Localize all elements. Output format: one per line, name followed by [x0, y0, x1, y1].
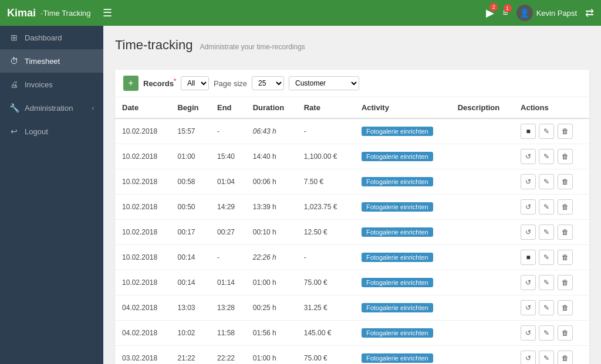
page-size-select[interactable]: 25 50 100 [252, 76, 284, 90]
edit-button[interactable]: ✎ [539, 275, 554, 290]
edit-button[interactable]: ✎ [539, 149, 554, 164]
cell-actions: ↺ ✎ 🗑 [514, 195, 589, 220]
cell-duration: 00:25 h [246, 295, 297, 321]
restart-button[interactable]: ↺ [521, 351, 536, 364]
cell-description [451, 169, 514, 195]
activity-badge: Fotogalerie einrichten [362, 227, 433, 237]
sidebar-label-dashboard: Dashboard [25, 33, 94, 42]
restart-button[interactable]: ↺ [521, 199, 536, 215]
sidebar-item-administration[interactable]: 🔧 Administration ‹ [0, 96, 103, 120]
edit-button[interactable]: ✎ [539, 250, 554, 265]
cell-end: 00:27 [210, 220, 246, 245]
sidebar-label-logout: Logout [25, 127, 94, 136]
play-badge: 2 [489, 3, 498, 11]
restart-button[interactable]: ↺ [521, 224, 536, 240]
delete-button[interactable]: 🗑 [558, 250, 573, 265]
cell-date: 03.02.2018 [115, 346, 170, 365]
edit-button[interactable]: ✎ [539, 351, 554, 364]
table-row: 10.02.2018 00:14 01:14 01:00 h 75.00 € F… [115, 270, 589, 295]
cell-activity: Fotogalerie einrichten [354, 295, 451, 321]
activity-badge: Fotogalerie einrichten [362, 152, 433, 161]
sidebar-item-invoices[interactable]: 🖨 Invoices [0, 73, 103, 96]
toolbar: + Records* All Page size 25 50 100 Custo… [115, 70, 589, 97]
cell-description [451, 118, 514, 144]
delete-button[interactable]: 🗑 [558, 351, 573, 364]
cell-end: - [210, 118, 246, 144]
add-entry-button[interactable]: + [123, 76, 139, 91]
cell-description [451, 245, 514, 270]
logout-icon: ↩ [9, 127, 19, 136]
cell-end: - [210, 245, 246, 270]
cell-begin: 00:58 [170, 169, 210, 195]
edit-button[interactable]: ✎ [539, 124, 554, 139]
stop-button[interactable]: ■ [521, 124, 536, 139]
delete-button[interactable]: 🗑 [558, 199, 573, 215]
table-row: 10.02.2018 00:50 14:29 13:39 h 1,023.75 … [115, 195, 589, 220]
records-select[interactable]: All [181, 76, 209, 90]
cell-date: 10.02.2018 [115, 220, 170, 245]
restart-button[interactable]: ↺ [521, 325, 536, 341]
edit-button[interactable]: ✎ [539, 174, 554, 189]
cell-date: 10.02.2018 [115, 270, 170, 295]
activity-badge: Fotogalerie einrichten [362, 253, 433, 262]
restart-button[interactable]: ↺ [521, 300, 536, 315]
table-row: 10.02.2018 00:17 00:27 00:10 h 12.50 € F… [115, 220, 589, 245]
activity-badge: Fotogalerie einrichten [362, 278, 433, 287]
share-icon[interactable]: ⇄ [585, 6, 594, 19]
activity-badge: Fotogalerie einrichten [362, 328, 433, 338]
doc-button[interactable]: ≡ 1 [502, 8, 508, 18]
restart-button[interactable]: ↺ [521, 149, 536, 164]
sidebar-label-administration: Administration [25, 104, 86, 113]
delete-button[interactable]: 🗑 [558, 174, 573, 189]
table-row: 03.02.2018 21:22 22:22 01:00 h 75.00 € F… [115, 346, 589, 365]
customer-select[interactable]: Customer [289, 76, 359, 90]
cell-description [451, 270, 514, 295]
col-date: Date [115, 97, 170, 118]
hamburger-icon[interactable]: ☰ [103, 6, 112, 19]
cell-actions: ■ ✎ 🗑 [514, 245, 589, 270]
delete-button[interactable]: 🗑 [558, 124, 573, 139]
cell-begin: 00:14 [170, 245, 210, 270]
sidebar-item-logout[interactable]: ↩ Logout [0, 120, 103, 143]
col-actions: Actions [514, 97, 589, 118]
cell-end: 01:04 [210, 169, 246, 195]
cell-end: 01:14 [210, 270, 246, 295]
edit-button[interactable]: ✎ [539, 325, 554, 341]
cell-description [451, 321, 514, 346]
timesheet-icon: ⏱ [9, 56, 19, 66]
restart-button[interactable]: ↺ [521, 174, 536, 189]
delete-button[interactable]: 🗑 [558, 300, 573, 315]
delete-button[interactable]: 🗑 [558, 275, 573, 290]
cell-duration: 01:00 h [246, 346, 297, 365]
sidebar: ⊞ Dashboard ⏱ Timesheet 🖨 Invoices 🔧 Adm… [0, 26, 103, 364]
delete-button[interactable]: 🗑 [558, 325, 573, 341]
delete-button[interactable]: 🗑 [558, 224, 573, 240]
cell-duration: 00:06 h [246, 169, 297, 195]
cell-begin: 01:00 [170, 144, 210, 169]
table-body: 10.02.2018 15:57 - 06:43 h - Fotogalerie… [115, 118, 589, 364]
cell-actions: ↺ ✎ 🗑 [514, 321, 589, 346]
cell-activity: Fotogalerie einrichten [354, 346, 451, 365]
cell-begin: 00:14 [170, 270, 210, 295]
edit-button[interactable]: ✎ [539, 300, 554, 315]
stop-button[interactable]: ■ [521, 250, 536, 265]
cell-activity: Fotogalerie einrichten [354, 245, 451, 270]
edit-button[interactable]: ✎ [539, 224, 554, 240]
cell-activity: Fotogalerie einrichten [354, 321, 451, 346]
sidebar-item-timesheet[interactable]: ⏱ Timesheet [0, 49, 103, 73]
restart-button[interactable]: ↺ [521, 275, 536, 290]
sidebar-item-dashboard[interactable]: ⊞ Dashboard [0, 26, 103, 49]
col-duration: Duration [246, 97, 297, 118]
edit-button[interactable]: ✎ [539, 199, 554, 215]
cell-duration: 22:26 h [246, 245, 297, 270]
cell-rate: 75.00 € [297, 270, 354, 295]
play-button[interactable]: ▶ 2 [486, 6, 494, 19]
cell-duration: 01:00 h [246, 270, 297, 295]
user-menu[interactable]: 👤 Kevin Papst [516, 5, 577, 21]
cell-duration: 00:10 h [246, 220, 297, 245]
delete-button[interactable]: 🗑 [558, 149, 573, 164]
layout: ⊞ Dashboard ⏱ Timesheet 🖨 Invoices 🔧 Adm… [0, 26, 601, 364]
cell-begin: 15:57 [170, 118, 210, 144]
cell-begin: 21:22 [170, 346, 210, 365]
page-title: Time-tracking [115, 38, 193, 53]
